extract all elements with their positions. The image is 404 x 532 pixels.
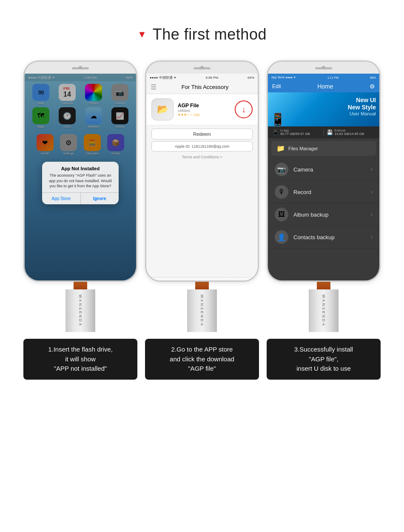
usb-1-label: WANSENDA [78, 295, 83, 327]
categories-icon: ▤ [178, 280, 183, 282]
nav-top-charts[interactable]: ≡ Top Charts [198, 280, 211, 282]
inapp-label: In-App [280, 129, 310, 132]
alert-app-store-btn[interactable]: App Store [42, 193, 81, 204]
agp-gear-icon[interactable]: ⚙ [370, 83, 375, 90]
phone-3-status-bar: App Store ●●●● ✦ 1:11 PM 88% [268, 74, 379, 81]
agp-topbar: Edit Home ⚙ [268, 81, 379, 92]
phone-1-usb: WANSENDA [65, 281, 95, 332]
phone-2-wrapper: ●●●● 中国联通 ✦ 6:06 PM 64% ☰ For This Acces… [145, 60, 259, 380]
usb-3-body: WANSENDA [309, 289, 339, 332]
top-charts-icon: ≡ [203, 280, 206, 282]
usb-2-connector [195, 281, 209, 289]
agp-storage-bar: 📱 In-App 50.77 GB/55.07 GB 💾 External 14… [268, 126, 379, 138]
phone-1-screen: ●●●● 中国联通 ✦ 1:08 PM 90% ✉ Mail FRI14 Cal… [25, 74, 136, 282]
folder-icon: 📁 [276, 144, 285, 152]
menu-item-contacts[interactable]: 👤 Contacts backup › [268, 226, 379, 249]
record-menu-icon: 🎙 [275, 185, 288, 199]
files-manager-label: Files Manager [288, 146, 318, 151]
agp-icon-glyph: 📂 [157, 104, 168, 115]
agp-app-info: AGP File Utilities ★★★☆☆ (16) [178, 103, 230, 117]
agp-app-name: AGP File [178, 103, 230, 109]
phones-row: ●●●● 中国联通 ✦ 1:08 PM 90% ✉ Mail FRI14 Cal… [0, 60, 404, 380]
s2-list-icon: ☰ [151, 83, 156, 91]
agp-app-rating: ★★★☆☆ (16) [178, 113, 230, 117]
page-header: ▼ The first method [0, 0, 404, 43]
alert-overlay: App Not Installed The accessory "AGP Fla… [25, 74, 136, 282]
usb-2-body: WANSENDA [187, 289, 217, 332]
phone-3-usb: WANSENDA [309, 281, 339, 332]
phone-2-camera [200, 66, 204, 69]
album-menu-label: Album backup [293, 212, 366, 218]
phone-2-status-bar: ●●●● 中国联通 ✦ 6:06 PM 64% [146, 74, 258, 81]
page-title: The first method [153, 26, 267, 43]
appstore-header: ☰ For This Accessory [146, 81, 258, 94]
phone-2-screen: ●●●● 中国联通 ✦ 6:06 PM 64% ☰ For This Acces… [146, 74, 258, 282]
agp-edit-btn[interactable]: Edit [272, 83, 281, 89]
phone-storage-icon: 📱 [272, 129, 279, 135]
redeem-button[interactable]: Redeem [151, 129, 253, 140]
menu-item-album[interactable]: 🖼 Album backup › [268, 203, 379, 226]
nav-featured[interactable]: ☆ Featured [152, 280, 162, 282]
agp-app-icon: 📂 [151, 98, 174, 120]
phone-1-camera [79, 66, 82, 69]
agp-banner: 📱 New UINew Style User Manual [268, 92, 379, 126]
phone-2-top [146, 62, 258, 74]
inapp-info: In-App 50.77 GB/55.07 GB [280, 129, 310, 136]
banner-title: New UINew Style [348, 97, 376, 111]
storage-divider [324, 129, 324, 136]
files-manager-btn[interactable]: 📁 Files Manager [271, 141, 376, 156]
usb-1-body: WANSENDA [65, 289, 95, 332]
usb-1-connector [74, 281, 87, 289]
phone-1-wrapper: ●●●● 中国联通 ✦ 1:08 PM 90% ✉ Mail FRI14 Cal… [23, 60, 137, 380]
alert-buttons: App Store Ignore [42, 192, 119, 204]
phone-3-battery: 88% [370, 76, 376, 79]
contacts-menu-label: Contacts backup [293, 234, 366, 240]
camera-menu-icon: 📷 [275, 163, 288, 176]
phone-1-top [25, 62, 136, 74]
phone-1-caption-text: 1.Insert the flash drive,it will show"AP… [48, 346, 113, 372]
terms-link[interactable]: Terms and Conditions > [146, 153, 258, 161]
phone-2-battery: 64% [248, 76, 254, 80]
appstore-nav-bar: ☆ Featured ▤ Categories ≡ Top Charts 🔍 S… [146, 277, 258, 282]
alert-box: App Not Installed The accessory "AGP Fla… [42, 162, 119, 204]
phone-2-usb: WANSENDA [187, 281, 217, 332]
menu-item-record[interactable]: 🎙 Record › [268, 181, 379, 203]
album-arrow-icon: › [371, 212, 373, 217]
external-size: 14.63 GB/14.65 GB [335, 132, 364, 136]
alert-ignore-btn[interactable]: Ignore [81, 193, 119, 204]
search-icon: 🔍 [223, 280, 230, 282]
phone-2-frame: ●●●● 中国联通 ✦ 6:06 PM 64% ☰ For This Acces… [145, 60, 259, 282]
album-menu-icon: 🖼 [275, 208, 288, 221]
updates-icon: ↑ [245, 280, 248, 282]
triangle-icon: ▼ [137, 29, 147, 40]
usb-storage-icon: 💾 [327, 129, 333, 135]
nav-updates[interactable]: ↑ Updates [242, 280, 252, 282]
external-storage: 💾 External 14.63 GB/14.65 GB [327, 129, 376, 136]
phone-3-screen: App Store ●●●● ✦ 1:11 PM 88% Edit Home ⚙… [268, 74, 379, 282]
alert-title: App Not Installed [42, 162, 119, 173]
apple-id-display: Apple ID: 1181181180@qq.com [151, 141, 253, 152]
phone-2-carrier: ●●●● 中国联通 ✦ [150, 75, 176, 80]
phone-2-time: 6:06 PM [205, 76, 218, 80]
camera-menu-label: Camera [293, 166, 366, 173]
contacts-menu-icon: 👤 [275, 230, 288, 244]
record-arrow-icon: › [371, 189, 373, 195]
phone-3-status-left: App Store ●●●● ✦ [271, 76, 296, 79]
phone-1-frame: ●●●● 中国联通 ✦ 1:08 PM 90% ✉ Mail FRI14 Cal… [23, 60, 137, 282]
appstore-title: For This Accessory [156, 84, 253, 90]
phone-2-caption: 2.Go to the APP storeand click the downl… [145, 339, 259, 380]
usb-3-connector [317, 281, 330, 289]
banner-subtitle: User Manual [348, 111, 376, 116]
usb-2-label: WANSENDA [200, 295, 204, 327]
menu-item-camera[interactable]: 📷 Camera › [268, 158, 379, 181]
phone-3-wrapper: App Store ●●●● ✦ 1:11 PM 88% Edit Home ⚙… [267, 60, 381, 380]
nav-categories[interactable]: ▤ Categories [174, 280, 187, 282]
inapp-storage: 📱 In-App 50.77 GB/55.07 GB [272, 129, 321, 136]
agp-home-title: Home [317, 83, 333, 90]
record-menu-label: Record [293, 189, 366, 195]
nav-search[interactable]: 🔍 Search [222, 280, 230, 282]
phone-3-frame: App Store ●●●● ✦ 1:11 PM 88% Edit Home ⚙… [267, 60, 381, 282]
phone-3-camera [322, 66, 325, 69]
agp-download-button[interactable]: ↓ [235, 100, 253, 118]
featured-icon: ☆ [154, 280, 160, 282]
